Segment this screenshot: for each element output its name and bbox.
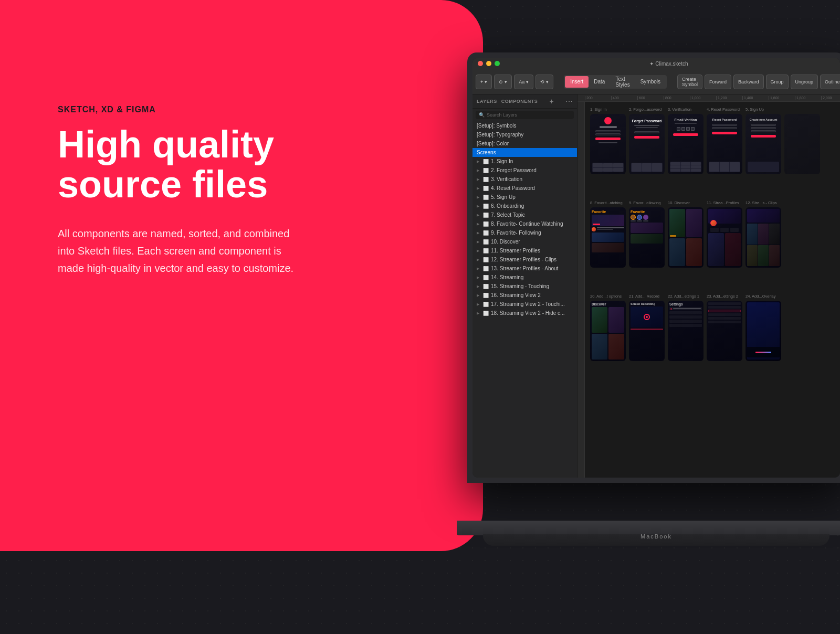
canvas-content: 1. Sign In 2. Forgo...assword 3. Verific… [585, 102, 840, 478]
group-btn[interactable]: Group [766, 75, 789, 89]
numpad-key [681, 162, 691, 165]
forward-btn[interactable]: Forward [705, 75, 731, 89]
mock-banner-2 [747, 209, 780, 223]
screen-label-10: 10. Discover [668, 200, 704, 205]
layer-11-streamer-profiles[interactable]: ▶ ⬜ 11. Streamer Profiles [472, 246, 577, 255]
layer-13-streamer-about[interactable]: ▶ ⬜ 13. Streamer Profiles - About [472, 264, 577, 273]
mock-record-dot [646, 316, 648, 318]
layer-7-select-topic[interactable]: ▶ ⬜ 7. Select Topic [472, 210, 577, 219]
screen-thumb-settings-2[interactable] [707, 301, 742, 361]
mock-key [720, 162, 730, 172]
mock-pw-input [751, 130, 776, 132]
mock-c6 [769, 245, 780, 266]
layer-options-btn[interactable]: ⋯ [565, 98, 573, 105]
layer-16-streaming-view2[interactable]: ▶ ⬜ 16. Streaming View 2 [472, 291, 577, 300]
mock-key [603, 168, 613, 172]
mock-forgot-link [598, 142, 617, 143]
text-dropdown[interactable]: Aa▾ [514, 75, 533, 89]
layer-icon: ⬜ [483, 195, 489, 200]
screen-thumb-favorite-watching[interactable]: Favorite [590, 207, 626, 268]
screen-thumb-favorite-following[interactable]: Favorite [629, 207, 665, 268]
layer-icon: ⬜ [483, 221, 489, 227]
mock-name-input [751, 124, 776, 126]
layer-2-forgot[interactable]: ▶ ⬜ 2. Forgot Password [472, 166, 577, 175]
screen-thumb-recording[interactable]: Screen Recording [629, 301, 665, 361]
ungroup-btn[interactable]: Ungroup [791, 75, 818, 89]
insert-dropdown[interactable]: + ▾ [476, 75, 492, 89]
setting-row-5 [669, 324, 702, 327]
expand-arrow: ▶ [477, 276, 481, 280]
layer-screens[interactable]: Screens [472, 148, 577, 157]
backward-btn[interactable]: Backward [733, 75, 764, 89]
mock-grid-item-3 [669, 238, 685, 267]
traffic-light-yellow[interactable] [486, 61, 491, 66]
screen-thumb-discover[interactable] [668, 207, 704, 268]
mock-key [593, 163, 603, 167]
screen-thumb-discover-2[interactable]: Discover [590, 301, 626, 361]
platform-label: SKETCH, XD & FIGMA [58, 105, 299, 114]
layer-setup-symbols[interactable]: [Setup]: Symbols [472, 121, 577, 130]
layer-6-onboarding[interactable]: ▶ ⬜ 6. Onboarding [472, 202, 577, 210]
mock-content-1 [631, 223, 663, 233]
mirror-btn[interactable]: ⟲▾ [536, 75, 553, 89]
screen-thumb-verification[interactable]: Email Verition [668, 114, 704, 174]
numpad-key [670, 162, 680, 165]
layer-18-streaming-view2-hide[interactable]: ▶ ⬜ 18. Streaming View 2 - Hide c... [472, 309, 577, 318]
layer-setup-typography[interactable]: [Setup]: Typography [472, 130, 577, 139]
screen-thumb-overlay[interactable] [746, 301, 781, 361]
screen-label-2: 2. Forgo...assword [629, 107, 665, 112]
layer-15-streaming-touching[interactable]: ▶ ⬜ 15. Streaming - Touching [472, 282, 577, 291]
layers-label: LAYERS [477, 99, 497, 104]
layer-8-favorite-watching[interactable]: ▶ ⬜ 8. Favorite- Continue Watching [472, 219, 577, 228]
mock-sub-text [597, 229, 613, 230]
layer-9-favorite-following[interactable]: ▶ ⬜ 9. Favorite- Following [472, 228, 577, 237]
tab-text-styles[interactable]: Text Styles [610, 76, 635, 88]
screen-thumb-reset-password[interactable]: Reset Password [707, 114, 742, 174]
screen-thumb-streamer-clips[interactable] [746, 207, 781, 268]
layer-label: 15. Streaming - Touching [491, 283, 549, 289]
screen-thumb-forgot-password[interactable]: Forget Password [629, 114, 665, 174]
mock-settings-list [669, 307, 702, 360]
screen-thumb-streamer-profiles[interactable] [707, 207, 742, 268]
mock-fav-title: Favorite [592, 210, 624, 214]
mock-stats-row [708, 228, 741, 232]
layer-3-verification[interactable]: ▶ ⬜ 3. Verification [472, 175, 577, 184]
traffic-light-green[interactable] [495, 61, 500, 66]
mock-record-btn [644, 314, 650, 320]
layer-label: 11. Streamer Profiles [491, 248, 540, 253]
headline-line2: source files [58, 163, 268, 205]
mock-pw-input-1 [712, 124, 737, 126]
search-layers-box[interactable]: 🔍 Search Layers [476, 111, 574, 119]
layer-17-streaming-view2-touch[interactable]: ▶ ⬜ 17. Streaming View 2 - Touchi... [472, 300, 577, 309]
layer-4-reset[interactable]: ▶ ⬜ 4. Reset Password [472, 184, 577, 193]
layer-label: 5. Sign Up [491, 194, 516, 200]
screen-thumb-signup[interactable]: Create new Account [746, 114, 781, 174]
expand-arrow: ▶ [477, 302, 481, 307]
traffic-light-red[interactable] [478, 61, 483, 66]
layer-14-streaming[interactable]: ▶ ⬜ 14. Streaming [472, 273, 577, 282]
view-dropdown[interactable]: ⊙▾ [494, 75, 512, 89]
layer-12-streamer-clips[interactable]: ▶ ⬜ 12. Streamer Profiles - Clips [472, 255, 577, 264]
screen-thumb-settings-1[interactable]: Settings [668, 301, 704, 361]
mock-discover-grid-2 [592, 307, 624, 360]
tab-symbols[interactable]: Symbols [635, 76, 666, 88]
numpad-key [670, 165, 680, 168]
left-content-area: SKETCH, XD & FIGMA High quality source f… [58, 105, 299, 277]
layer-1-signin[interactable]: ▶ ⬜ 1. Sign In [472, 157, 577, 166]
sketch-application: ✦ Climax.sketch + ▾ ⊙▾ Aa▾ ⟲▾ [472, 58, 840, 478]
mock-clip-1 [708, 233, 724, 266]
outlines-btn[interactable]: Outlines [820, 75, 840, 89]
tab-insert[interactable]: Insert [565, 76, 589, 88]
expand-arrow: ▶ [477, 231, 481, 235]
tab-data[interactable]: Data [589, 76, 610, 88]
add-layer-btn[interactable]: + [550, 98, 554, 105]
layer-5-signup[interactable]: ▶ ⬜ 5. Sign Up [472, 193, 577, 202]
create-symbol-btn[interactable]: Create Symbol [677, 75, 702, 89]
mock-key [652, 163, 662, 172]
expand-arrow: ▶ [477, 195, 481, 199]
layer-10-discover[interactable]: ▶ ⬜ 10. Discover [472, 237, 577, 246]
expand-arrow: ▶ [477, 267, 481, 271]
layer-setup-color[interactable]: [Setup]: Color [472, 139, 577, 148]
screen-thumb-extra[interactable] [784, 114, 820, 174]
screen-thumb-signin[interactable] [590, 114, 626, 174]
